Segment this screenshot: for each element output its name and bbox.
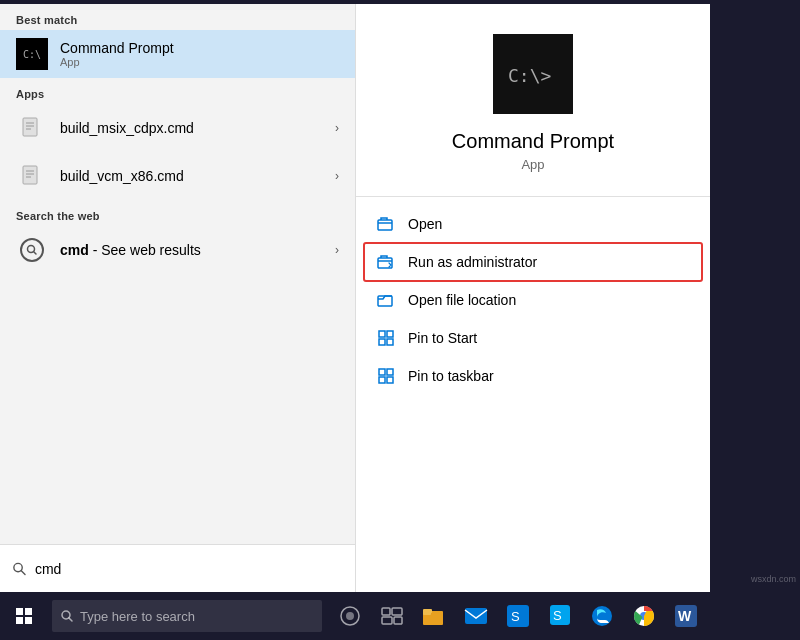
- search-icon-bottom: [12, 561, 27, 577]
- app-item-1[interactable]: build_msix_cdpx.cmd ›: [0, 104, 355, 152]
- web-search-name: cmd - See web results: [60, 242, 323, 258]
- action-pin-taskbar-label: Pin to taskbar: [408, 368, 494, 384]
- file-icon-2: [16, 160, 48, 192]
- chevron-icon-2: ›: [335, 169, 339, 183]
- svg-rect-21: [379, 369, 385, 375]
- security-button[interactable]: S: [540, 592, 580, 640]
- svg-line-10: [34, 252, 37, 255]
- app-item-1-text: build_msix_cdpx.cmd: [60, 120, 323, 136]
- svg-rect-24: [387, 377, 393, 383]
- chevron-icon-web: ›: [335, 243, 339, 257]
- action-pin-start-label: Pin to Start: [408, 330, 477, 346]
- pin-to-taskbar-icon: [376, 366, 396, 386]
- web-label: Search the web: [0, 200, 355, 226]
- pin-to-start-icon: [376, 328, 396, 348]
- app-item-2-name: build_vcm_x86.cmd: [60, 168, 323, 184]
- svg-rect-30: [392, 608, 402, 615]
- best-match-sub: App: [60, 56, 339, 68]
- search-results: Best match C:\> Command Prompt App Apps: [0, 4, 355, 544]
- search-icon: [20, 238, 44, 262]
- word-button[interactable]: W: [666, 592, 706, 640]
- web-search-item[interactable]: cmd - See web results ›: [0, 226, 355, 274]
- app-item-2[interactable]: build_vcm_x86.cmd ›: [0, 152, 355, 200]
- right-panel-cmd-icon: C:\>: [493, 34, 573, 114]
- edge-button[interactable]: [582, 592, 622, 640]
- svg-text:C:\>: C:\>: [508, 65, 552, 86]
- svg-text:W: W: [678, 608, 692, 624]
- action-open-file-label: Open file location: [408, 292, 516, 308]
- watermark: wsxdn.com: [751, 574, 796, 584]
- svg-rect-16: [378, 296, 392, 306]
- file-icon-1: [16, 112, 48, 144]
- chrome-button[interactable]: [624, 592, 664, 640]
- svg-rect-22: [387, 369, 393, 375]
- web-search-text: cmd - See web results: [60, 242, 323, 258]
- cmd-icon-black: C:\>: [16, 38, 48, 70]
- svg-rect-1: [23, 118, 37, 136]
- cmd-icon: C:\>: [16, 38, 48, 70]
- svg-rect-31: [382, 617, 392, 624]
- taskbar: Type here to search: [0, 592, 800, 640]
- web-search-query: cmd: [60, 242, 89, 258]
- svg-rect-29: [382, 608, 390, 615]
- open-icon: [376, 214, 396, 234]
- web-search-sub: - See web results: [89, 242, 201, 258]
- action-pin-to-taskbar[interactable]: Pin to taskbar: [364, 357, 702, 395]
- mail-button[interactable]: [456, 592, 496, 640]
- app-item-2-text: build_vcm_x86.cmd: [60, 168, 323, 184]
- cortana-button[interactable]: [330, 592, 370, 640]
- best-match-item[interactable]: C:\> Command Prompt App: [0, 30, 355, 78]
- right-panel-sub: App: [521, 157, 544, 172]
- taskbar-search[interactable]: Type here to search: [52, 600, 322, 632]
- svg-rect-36: [465, 608, 487, 624]
- svg-rect-19: [379, 339, 385, 345]
- svg-rect-32: [394, 617, 402, 624]
- svg-rect-14: [378, 220, 392, 230]
- svg-rect-18: [387, 331, 393, 337]
- svg-line-26: [69, 618, 72, 621]
- run-as-admin-icon: [376, 252, 396, 272]
- start-menu-panel: Best match C:\> Command Prompt App Apps: [0, 4, 355, 592]
- action-run-as-admin[interactable]: Run as administrator: [364, 243, 702, 281]
- right-panel-title: Command Prompt: [452, 130, 614, 153]
- svg-text:S: S: [553, 608, 562, 623]
- taskbar-icons: S S: [330, 592, 706, 640]
- svg-text:C:\>: C:\>: [23, 49, 41, 60]
- store-button[interactable]: S: [498, 592, 538, 640]
- svg-rect-23: [379, 377, 385, 383]
- svg-rect-20: [387, 339, 393, 345]
- action-list: Open Run as administrator: [356, 205, 710, 395]
- panel-divider: [356, 196, 710, 197]
- svg-rect-5: [23, 166, 37, 184]
- action-run-as-admin-label: Run as administrator: [408, 254, 537, 270]
- best-match-label: Best match: [0, 4, 355, 30]
- action-pin-to-start[interactable]: Pin to Start: [364, 319, 702, 357]
- chevron-icon-1: ›: [335, 121, 339, 135]
- best-match-text: Command Prompt App: [60, 40, 339, 68]
- svg-text:S: S: [511, 609, 520, 624]
- svg-line-12: [21, 570, 25, 574]
- search-box-container: cmd: [0, 544, 355, 592]
- svg-point-28: [346, 612, 354, 620]
- task-view-button[interactable]: [372, 592, 412, 640]
- action-open-label: Open: [408, 216, 442, 232]
- taskbar-search-placeholder: Type here to search: [80, 609, 195, 624]
- apps-label: Apps: [0, 78, 355, 104]
- svg-rect-17: [379, 331, 385, 337]
- file-explorer-button[interactable]: [414, 592, 454, 640]
- action-open-file-location[interactable]: Open file location: [364, 281, 702, 319]
- search-input[interactable]: cmd: [35, 561, 343, 577]
- windows-logo-icon: [16, 608, 32, 624]
- action-open[interactable]: Open: [364, 205, 702, 243]
- start-button[interactable]: [0, 592, 48, 640]
- best-match-name: Command Prompt: [60, 40, 339, 56]
- app-item-1-name: build_msix_cdpx.cmd: [60, 120, 323, 136]
- open-file-location-icon: [376, 290, 396, 310]
- search-circle-icon: [16, 234, 48, 266]
- taskbar-search-icon: [60, 609, 74, 623]
- right-panel: C:\> Command Prompt App Open: [355, 4, 710, 592]
- svg-rect-35: [423, 609, 432, 613]
